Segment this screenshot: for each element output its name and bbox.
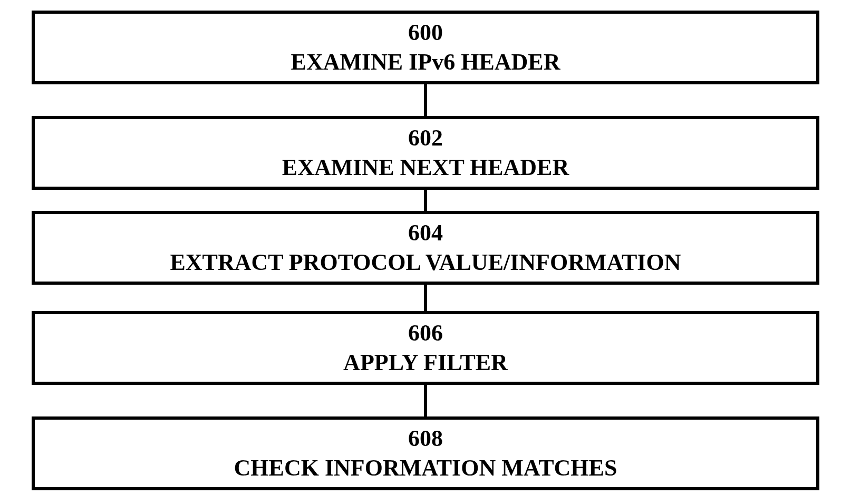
connector-3-4	[424, 385, 427, 416]
step-text: CHECK INFORMATION MATCHES	[234, 453, 617, 483]
step-number: 602	[408, 123, 443, 153]
step-box-600: 600 EXAMINE IPv6 HEADER	[32, 11, 819, 84]
step-text: EXAMINE IPv6 HEADER	[291, 47, 560, 77]
step-text: EXTRACT PROTOCOL VALUE/INFORMATION	[170, 248, 681, 277]
step-text: APPLY FILTER	[343, 348, 508, 377]
step-number: 606	[408, 318, 443, 348]
step-number: 600	[408, 18, 443, 47]
flowchart-canvas: 600 EXAMINE IPv6 HEADER 602 EXAMINE NEXT…	[0, 0, 851, 504]
connector-2-3	[424, 285, 427, 311]
step-box-604: 604 EXTRACT PROTOCOL VALUE/INFORMATION	[32, 211, 819, 285]
step-text: EXAMINE NEXT HEADER	[282, 153, 569, 182]
connector-0-1	[424, 84, 427, 116]
step-number: 604	[408, 218, 443, 248]
step-box-602: 602 EXAMINE NEXT HEADER	[32, 116, 819, 190]
step-number: 608	[408, 424, 443, 453]
step-box-606: 606 APPLY FILTER	[32, 311, 819, 385]
step-box-608: 608 CHECK INFORMATION MATCHES	[32, 416, 819, 490]
connector-1-2	[424, 190, 427, 211]
